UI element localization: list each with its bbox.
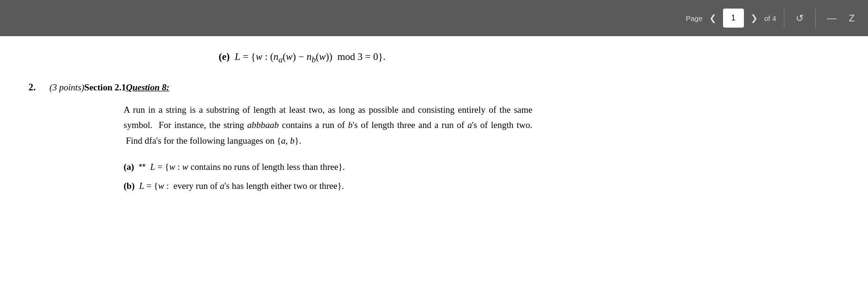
question-qnum: Question 8: — [126, 82, 169, 92]
sub-item-b-label: (b) — [124, 181, 135, 191]
sub-item-b: (b) L = {w : every run of a's has length… — [124, 179, 830, 193]
next-page-button[interactable]: ❯ — [748, 11, 761, 25]
question-points: (3 points) — [49, 82, 84, 92]
minus-button[interactable]: — — [823, 11, 840, 26]
formula-e-line: (e) L = {w : (na(w) − nb(w)) mod 3 = 0}. — [124, 50, 830, 65]
question-section: Section 2.1 — [84, 82, 126, 92]
question-number: 2. — [29, 82, 43, 93]
question-meta: (3 points)Section 2.1Question 8: — [49, 82, 169, 93]
page-navigation-group: Page ❮ ❯ of 4 — [686, 9, 776, 28]
sub-item-a-label: (a) — [124, 162, 134, 172]
zoom-button[interactable]: Z — [845, 11, 858, 26]
page-number-box[interactable] — [723, 9, 744, 28]
question-2-content: A run in a string is a substring of leng… — [124, 102, 830, 194]
sub-item-a: (a) ** L = {w : w contains no runs of le… — [124, 160, 830, 174]
refresh-button[interactable]: ↺ — [792, 10, 808, 26]
question-2-paragraph: A run in a string is a substring of leng… — [124, 102, 532, 148]
question-2-header: 2. (3 points)Section 2.1Question 8: — [29, 82, 830, 93]
content-area: (e) L = {w : (na(w) − nb(w)) mod 3 = 0}.… — [0, 36, 868, 295]
page-number-input[interactable] — [723, 14, 744, 22]
prev-page-button[interactable]: ❮ — [706, 11, 719, 25]
page-label: Page — [686, 14, 703, 22]
formula-e-text: (e) L = {w : (na(w) − nb(w)) mod 3 = 0}. — [219, 51, 386, 62]
total-pages-label: of 4 — [764, 14, 776, 22]
divider-1 — [784, 9, 784, 28]
sub-item-a-stars: ** — [139, 162, 146, 172]
divider-2 — [815, 9, 816, 28]
toolbar: Page ❮ ❯ of 4 ↺ — Z — [0, 0, 868, 36]
